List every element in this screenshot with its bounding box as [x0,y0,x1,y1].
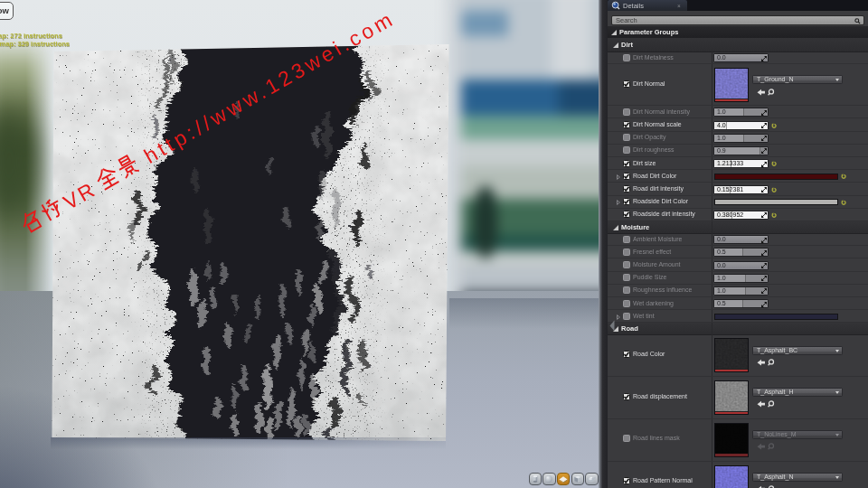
svg-text:VR: VR [59,177,100,214]
svg-text:http://www.123wei.com: http://www.123wei.com [140,6,399,168]
